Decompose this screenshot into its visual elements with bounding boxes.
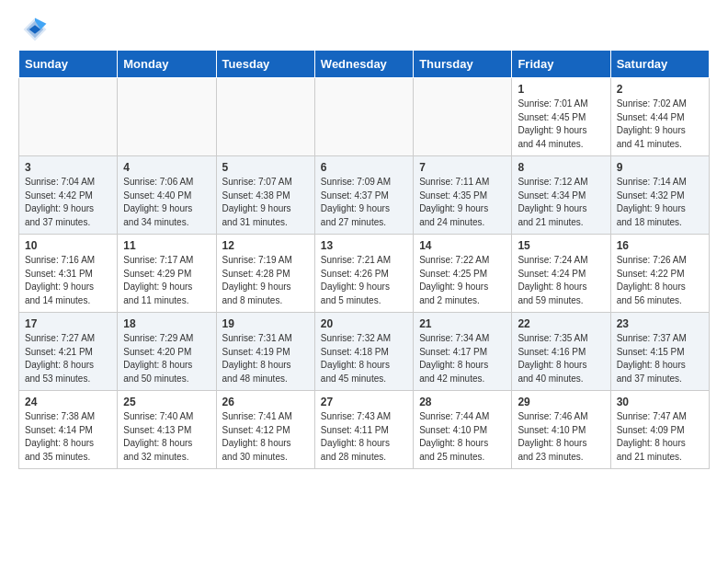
day-info: Sunrise: 7:02 AM Sunset: 4:44 PM Dayligh… <box>617 98 703 151</box>
weekday-header-monday: Monday <box>118 51 216 78</box>
day-cell: 1Sunrise: 7:01 AM Sunset: 4:45 PM Daylig… <box>512 78 610 156</box>
day-cell: 26Sunrise: 7:41 AM Sunset: 4:12 PM Dayli… <box>216 391 314 469</box>
day-info: Sunrise: 7:01 AM Sunset: 4:45 PM Dayligh… <box>518 98 604 151</box>
day-number: 20 <box>321 317 407 330</box>
day-number: 19 <box>222 317 309 330</box>
weekday-header-sunday: Sunday <box>19 51 118 78</box>
day-info: Sunrise: 7:41 AM Sunset: 4:12 PM Dayligh… <box>222 410 309 464</box>
day-cell: 14Sunrise: 7:22 AM Sunset: 4:25 PM Dayli… <box>414 235 512 313</box>
day-cell <box>216 78 314 156</box>
day-cell: 2Sunrise: 7:02 AM Sunset: 4:44 PM Daylig… <box>610 78 709 156</box>
day-cell <box>19 78 118 156</box>
day-cell: 23Sunrise: 7:37 AM Sunset: 4:15 PM Dayli… <box>610 313 709 391</box>
day-cell: 9Sunrise: 7:14 AM Sunset: 4:32 PM Daylig… <box>610 156 709 235</box>
calendar-body: 1Sunrise: 7:01 AM Sunset: 4:45 PM Daylig… <box>19 78 710 469</box>
page-header <box>0 0 728 50</box>
weekday-header-friday: Friday <box>512 51 610 78</box>
day-number: 26 <box>222 396 309 408</box>
day-number: 13 <box>321 239 407 252</box>
day-number: 4 <box>123 161 210 174</box>
day-info: Sunrise: 7:14 AM Sunset: 4:32 PM Dayligh… <box>617 176 703 229</box>
calendar-wrap: SundayMondayTuesdayWednesdayThursdayFrid… <box>0 50 728 478</box>
day-number: 24 <box>25 396 111 408</box>
day-cell: 25Sunrise: 7:40 AM Sunset: 4:13 PM Dayli… <box>118 391 216 469</box>
week-row-4: 17Sunrise: 7:27 AM Sunset: 4:21 PM Dayli… <box>19 313 710 391</box>
day-cell: 11Sunrise: 7:17 AM Sunset: 4:29 PM Dayli… <box>118 235 216 313</box>
day-number: 10 <box>25 239 111 252</box>
day-info: Sunrise: 7:37 AM Sunset: 4:15 PM Dayligh… <box>617 332 703 385</box>
day-cell: 10Sunrise: 7:16 AM Sunset: 4:31 PM Dayli… <box>19 235 118 313</box>
day-cell: 4Sunrise: 7:06 AM Sunset: 4:40 PM Daylig… <box>118 156 216 235</box>
day-info: Sunrise: 7:32 AM Sunset: 4:18 PM Dayligh… <box>321 332 407 385</box>
day-number: 29 <box>518 396 604 408</box>
day-number: 3 <box>25 161 111 174</box>
day-cell: 20Sunrise: 7:32 AM Sunset: 4:18 PM Dayli… <box>314 313 413 391</box>
day-number: 18 <box>123 317 210 330</box>
day-number: 15 <box>518 239 604 252</box>
day-info: Sunrise: 7:47 AM Sunset: 4:09 PM Dayligh… <box>617 410 703 464</box>
day-info: Sunrise: 7:40 AM Sunset: 4:13 PM Dayligh… <box>123 410 210 464</box>
day-info: Sunrise: 7:46 AM Sunset: 4:10 PM Dayligh… <box>518 410 604 464</box>
day-cell: 21Sunrise: 7:34 AM Sunset: 4:17 PM Dayli… <box>414 313 512 391</box>
logo-icon <box>22 17 48 42</box>
day-cell: 5Sunrise: 7:07 AM Sunset: 4:38 PM Daylig… <box>216 156 314 235</box>
day-cell: 30Sunrise: 7:47 AM Sunset: 4:09 PM Dayli… <box>610 391 709 469</box>
week-row-2: 3Sunrise: 7:04 AM Sunset: 4:42 PM Daylig… <box>19 156 710 235</box>
day-info: Sunrise: 7:19 AM Sunset: 4:28 PM Dayligh… <box>222 254 309 307</box>
day-info: Sunrise: 7:06 AM Sunset: 4:40 PM Dayligh… <box>123 176 210 229</box>
day-info: Sunrise: 7:24 AM Sunset: 4:24 PM Dayligh… <box>518 254 604 307</box>
day-info: Sunrise: 7:09 AM Sunset: 4:37 PM Dayligh… <box>321 176 407 229</box>
day-number: 25 <box>123 396 210 408</box>
day-number: 16 <box>617 239 703 252</box>
weekday-header-wednesday: Wednesday <box>314 51 413 78</box>
day-cell: 28Sunrise: 7:44 AM Sunset: 4:10 PM Dayli… <box>414 391 512 469</box>
day-number: 23 <box>617 317 703 330</box>
day-info: Sunrise: 7:31 AM Sunset: 4:19 PM Dayligh… <box>222 332 309 385</box>
day-info: Sunrise: 7:27 AM Sunset: 4:21 PM Dayligh… <box>25 332 111 385</box>
day-number: 6 <box>321 161 407 174</box>
day-number: 17 <box>25 317 111 330</box>
logo <box>22 17 51 42</box>
day-cell <box>314 78 413 156</box>
day-cell: 17Sunrise: 7:27 AM Sunset: 4:21 PM Dayli… <box>19 313 118 391</box>
weekday-header-thursday: Thursday <box>414 51 512 78</box>
day-cell: 27Sunrise: 7:43 AM Sunset: 4:11 PM Dayli… <box>314 391 413 469</box>
day-info: Sunrise: 7:07 AM Sunset: 4:38 PM Dayligh… <box>222 176 309 229</box>
day-cell: 15Sunrise: 7:24 AM Sunset: 4:24 PM Dayli… <box>512 235 610 313</box>
day-cell: 19Sunrise: 7:31 AM Sunset: 4:19 PM Dayli… <box>216 313 314 391</box>
day-info: Sunrise: 7:38 AM Sunset: 4:14 PM Dayligh… <box>25 410 111 464</box>
calendar-table: SundayMondayTuesdayWednesdayThursdayFrid… <box>18 50 710 469</box>
day-number: 2 <box>617 83 703 96</box>
day-cell <box>414 78 512 156</box>
day-cell <box>118 78 216 156</box>
day-cell: 8Sunrise: 7:12 AM Sunset: 4:34 PM Daylig… <box>512 156 610 235</box>
day-number: 11 <box>123 239 210 252</box>
day-number: 8 <box>518 161 604 174</box>
day-number: 7 <box>419 161 506 174</box>
day-info: Sunrise: 7:16 AM Sunset: 4:31 PM Dayligh… <box>25 254 111 307</box>
week-row-3: 10Sunrise: 7:16 AM Sunset: 4:31 PM Dayli… <box>19 235 710 313</box>
day-number: 28 <box>419 396 506 408</box>
day-cell: 18Sunrise: 7:29 AM Sunset: 4:20 PM Dayli… <box>118 313 216 391</box>
day-number: 12 <box>222 239 309 252</box>
day-number: 1 <box>518 83 604 96</box>
day-info: Sunrise: 7:34 AM Sunset: 4:17 PM Dayligh… <box>419 332 506 385</box>
day-cell: 29Sunrise: 7:46 AM Sunset: 4:10 PM Dayli… <box>512 391 610 469</box>
day-cell: 13Sunrise: 7:21 AM Sunset: 4:26 PM Dayli… <box>314 235 413 313</box>
day-number: 21 <box>419 317 506 330</box>
day-cell: 16Sunrise: 7:26 AM Sunset: 4:22 PM Dayli… <box>610 235 709 313</box>
day-info: Sunrise: 7:11 AM Sunset: 4:35 PM Dayligh… <box>419 176 506 229</box>
day-number: 14 <box>419 239 506 252</box>
day-info: Sunrise: 7:22 AM Sunset: 4:25 PM Dayligh… <box>419 254 506 307</box>
day-info: Sunrise: 7:35 AM Sunset: 4:16 PM Dayligh… <box>518 332 604 385</box>
day-cell: 7Sunrise: 7:11 AM Sunset: 4:35 PM Daylig… <box>414 156 512 235</box>
weekday-header-saturday: Saturday <box>610 51 709 78</box>
day-number: 30 <box>617 396 703 408</box>
day-cell: 3Sunrise: 7:04 AM Sunset: 4:42 PM Daylig… <box>19 156 118 235</box>
weekday-header-tuesday: Tuesday <box>216 51 314 78</box>
day-cell: 24Sunrise: 7:38 AM Sunset: 4:14 PM Dayli… <box>19 391 118 469</box>
day-info: Sunrise: 7:44 AM Sunset: 4:10 PM Dayligh… <box>419 410 506 464</box>
day-info: Sunrise: 7:43 AM Sunset: 4:11 PM Dayligh… <box>321 410 407 464</box>
weekday-header-row: SundayMondayTuesdayWednesdayThursdayFrid… <box>19 51 710 78</box>
day-number: 22 <box>518 317 604 330</box>
